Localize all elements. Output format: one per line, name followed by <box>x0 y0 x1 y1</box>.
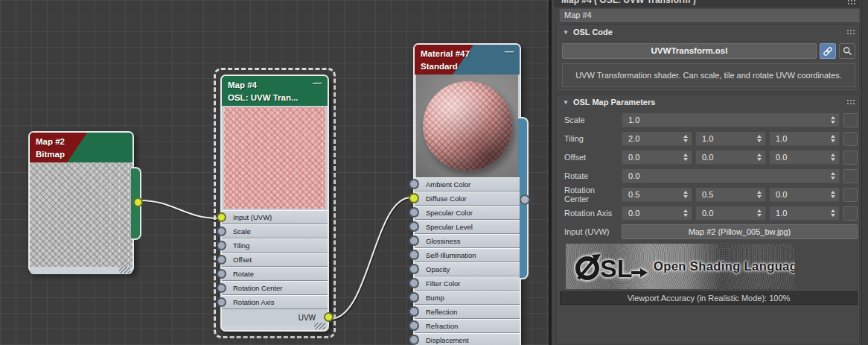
map4-slot-rotation-center[interactable]: Rotation Center <box>222 281 328 295</box>
map4-rotate-socket[interactable] <box>217 269 226 279</box>
offset-map-slot-button[interactable] <box>843 151 858 165</box>
osl-file-button[interactable]: UVWTransform.osl <box>562 43 817 59</box>
displacement-socket[interactable] <box>409 335 419 345</box>
spinner[interactable] <box>680 132 690 145</box>
spinner[interactable] <box>680 151 690 164</box>
ambient-color-socket[interactable] <box>409 179 419 189</box>
mat-slot-ambient-color[interactable]: Ambient Color <box>415 177 520 192</box>
tiling-map-slot-button[interactable] <box>843 132 858 146</box>
mat-slot-specular-color[interactable]: Specular Color <box>415 206 520 220</box>
map2-texture-preview[interactable] <box>30 162 133 267</box>
map2-header[interactable]: Map #2 Bitmap <box>30 133 133 162</box>
rotate-field[interactable]: 0.0 <box>622 168 840 183</box>
input-uvw-map-button[interactable]: Map #2 (Pillow_005_bw.jpg) <box>622 224 858 239</box>
mat-slot-filter-color[interactable]: Filter Color <box>415 276 520 291</box>
node-material47-standard[interactable]: Material #47 Standard — Ambient Color Di… <box>413 43 521 345</box>
mat-slot-diffuse-color[interactable]: Diffuse Color <box>415 192 520 206</box>
refraction-socket[interactable] <box>409 320 419 331</box>
map4-slot-tiling[interactable]: Tiling <box>222 238 328 253</box>
spinner[interactable] <box>680 188 690 201</box>
rotation-axis-map-slot-button[interactable] <box>843 206 858 221</box>
map4-offset-socket[interactable] <box>217 255 226 265</box>
node-map2-bitmap[interactable]: Map #2 Bitmap <box>28 131 134 273</box>
material47-preview[interactable] <box>416 75 518 177</box>
reflection-socket[interactable] <box>409 306 419 317</box>
map4-scale-socket[interactable] <box>217 227 226 236</box>
map4-collapse-icon[interactable]: — <box>313 77 322 89</box>
map4-resize-grip[interactable] <box>314 323 325 329</box>
map4-output-row[interactable]: UVW <box>222 309 328 326</box>
spinner[interactable] <box>828 169 837 183</box>
offset-z-field[interactable]: 0.0 <box>769 150 840 165</box>
map4-slot-rotation-axis[interactable]: Rotation Axis <box>222 295 328 309</box>
scale-field[interactable]: 1.0 <box>622 113 840 127</box>
mat-slot-refraction[interactable]: Refraction <box>415 319 520 333</box>
map4-slot-offset[interactable]: Offset <box>222 253 328 267</box>
spinner[interactable] <box>828 206 837 220</box>
self-illumination-socket[interactable] <box>409 250 419 260</box>
specular-level-socket[interactable] <box>409 221 419 232</box>
mat-slot-glossiness[interactable]: Glossiness <box>415 234 520 248</box>
panel-scroll-strip[interactable] <box>861 0 868 345</box>
osl-map-parameters-header[interactable]: ▼ OSL Map Parameters <box>557 95 859 109</box>
rotation-center-x-field[interactable]: 0.5 <box>622 187 692 202</box>
param-row-rotation-axis: Rotation Axis 0.0 0.0 1.0 <box>560 206 858 221</box>
spinner[interactable] <box>680 206 690 220</box>
map4-input-uvw-socket[interactable] <box>217 212 226 222</box>
map2-resize-grip[interactable] <box>119 267 130 273</box>
offset-x-field[interactable]: 0.0 <box>622 150 692 165</box>
rotation-center-y-field[interactable]: 0.5 <box>695 187 766 202</box>
tiling-x-field[interactable]: 2.0 <box>622 131 692 146</box>
osl-search-button[interactable] <box>839 43 855 59</box>
rollout-header-clipped[interactable]: Map #4 ( OSL: UVW Transform ) <box>554 0 860 7</box>
spinner[interactable] <box>828 151 837 164</box>
spinner[interactable] <box>828 132 837 145</box>
scale-map-slot-button[interactable] <box>843 113 858 127</box>
rotation-center-z-field[interactable]: 0.0 <box>769 187 840 202</box>
node-graph-canvas[interactable]: Map #2 Bitmap Map #4 OSL: UVW Tran... — … <box>0 0 549 345</box>
map4-rotation-axis-socket[interactable] <box>217 297 226 307</box>
spinner[interactable] <box>754 151 764 164</box>
rotation-center-map-slot-button[interactable] <box>843 188 858 202</box>
mat-slot-self-illumination[interactable]: Self-Illumination <box>415 248 520 262</box>
diffuse-color-socket[interactable] <box>409 193 419 203</box>
opacity-socket[interactable] <box>409 264 419 274</box>
node-map4-osl-uvw-transform[interactable]: Map #4 OSL: UVW Tran... — Input (UVW) Sc… <box>220 75 329 332</box>
rotation-axis-x-field[interactable]: 0.0 <box>622 206 692 221</box>
spinner[interactable] <box>828 188 837 201</box>
mat-slot-specular-level[interactable]: Specular Level <box>415 220 520 234</box>
tiling-y-field[interactable]: 1.0 <box>695 131 766 146</box>
spinner[interactable] <box>754 206 764 220</box>
map2-output-socket[interactable] <box>133 197 143 207</box>
map4-tiling-socket[interactable] <box>217 241 226 250</box>
osl-code-rollout-header[interactable]: ▼ OSL Code <box>557 25 859 39</box>
osl-link-button[interactable] <box>820 43 836 59</box>
filter-color-socket[interactable] <box>409 278 419 288</box>
glossiness-socket[interactable] <box>409 235 419 246</box>
material-name-field[interactable]: Map #4 <box>559 8 860 22</box>
bump-socket[interactable] <box>409 292 419 303</box>
material47-header[interactable]: Material #47 Standard — <box>415 45 520 75</box>
map4-rotation-center-socket[interactable] <box>217 283 226 293</box>
map4-texture-preview[interactable] <box>224 107 325 209</box>
material47-output-socket[interactable] <box>520 194 530 205</box>
mat-slot-bump[interactable]: Bump <box>415 291 520 305</box>
map4-slot-input-uvw[interactable]: Input (UVW) <box>222 210 328 224</box>
mat-slot-reflection[interactable]: Reflection <box>415 305 520 319</box>
rotation-axis-y-field[interactable]: 0.0 <box>695 206 766 221</box>
map4-slot-rotate[interactable]: Rotate <box>222 267 328 281</box>
rollout-grip-icon <box>846 99 855 105</box>
spinner[interactable] <box>754 132 764 145</box>
map4-header[interactable]: Map #4 OSL: UVW Tran... — <box>222 76 328 106</box>
rotation-axis-z-field[interactable]: 1.0 <box>769 206 840 221</box>
map4-slot-scale[interactable]: Scale <box>222 224 328 238</box>
mat-slot-displacement[interactable]: Displacement <box>415 333 520 345</box>
tiling-z-field[interactable]: 1.0 <box>769 131 840 146</box>
offset-y-field[interactable]: 0.0 <box>695 150 766 165</box>
rotate-map-slot-button[interactable] <box>843 169 858 183</box>
spinner[interactable] <box>828 113 837 127</box>
specular-color-socket[interactable] <box>409 207 419 218</box>
spinner[interactable] <box>754 188 764 201</box>
mat-slot-opacity[interactable]: Opacity <box>415 262 520 276</box>
material47-collapse-icon[interactable]: — <box>505 45 514 58</box>
